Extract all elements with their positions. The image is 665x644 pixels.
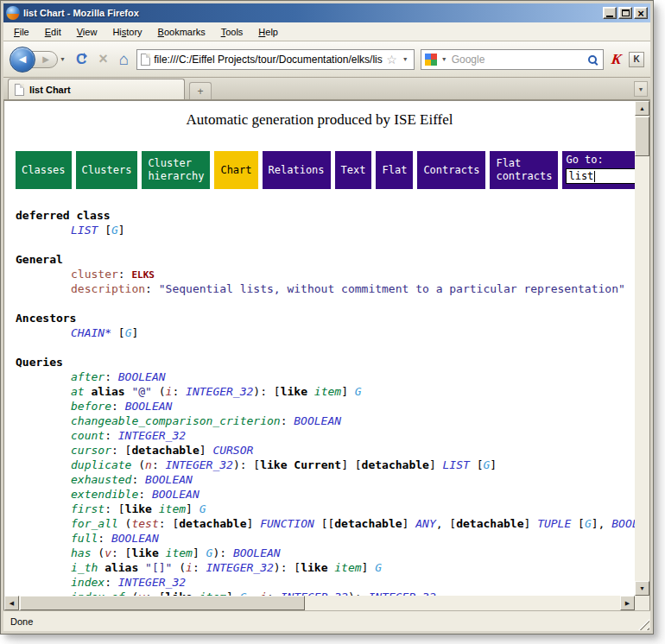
- title-bar[interactable]: list Chart - Mozilla Firefox: [3, 3, 650, 22]
- kaspersky-toolbar-button[interactable]: K: [629, 52, 644, 67]
- bookmark-star-icon[interactable]: ☆: [386, 54, 397, 66]
- menu-view[interactable]: View: [70, 24, 104, 40]
- menu-bookmarks[interactable]: Bookmarks: [151, 24, 212, 40]
- menu-bar: FileEditViewHistoryBookmarksToolsHelp: [3, 22, 650, 41]
- tab-list-chart[interactable]: list Chart: [8, 79, 185, 99]
- text: ]: [429, 458, 443, 471]
- browser-window: list Chart - Mozilla Firefox FileEditVie…: [1, 1, 653, 634]
- doc-line: cursor: [detachable] CURSOR: [16, 443, 635, 458]
- text: ]: [247, 517, 261, 530]
- nav-button-flat-contracts[interactable]: Flat contracts: [490, 151, 558, 189]
- doc-line: [16, 296, 635, 311]
- text: ]: [402, 517, 416, 530]
- nav-button-contracts[interactable]: Contracts: [417, 151, 485, 189]
- vertical-scroll-thumb[interactable]: [635, 117, 649, 156]
- doc-nav-buttons: ClassesClustersCluster hierarchyChartRel…: [16, 151, 635, 189]
- menu-tools[interactable]: Tools: [214, 24, 250, 40]
- nav-button-relations[interactable]: Relations: [263, 151, 331, 189]
- list-all-tabs-icon[interactable]: ▼: [634, 81, 648, 97]
- nav-button-flat[interactable]: Flat: [376, 151, 413, 189]
- goto-input[interactable]: list: [566, 168, 635, 184]
- text: ]: [200, 444, 213, 457]
- feature-name: extendible: [71, 488, 138, 501]
- generic-parameter: G: [111, 224, 118, 237]
- doc-line: [16, 237, 635, 252]
- class-link[interactable]: LIST: [71, 224, 98, 237]
- nav-button-classes[interactable]: Classes: [16, 151, 72, 189]
- nav-button-cluster-hierarchy[interactable]: Cluster hierarchy: [142, 151, 210, 189]
- class-link[interactable]: CHAIN*: [71, 326, 111, 339]
- feature-name: changeable_comparison_criterion: [71, 414, 281, 427]
- back-button[interactable]: ◀: [10, 47, 35, 73]
- maximize-button[interactable]: [618, 7, 632, 19]
- scroll-left-icon[interactable]: ◀: [4, 596, 19, 610]
- class-link[interactable]: INTEGER_32: [118, 576, 186, 589]
- text: [307, 385, 314, 398]
- class-link[interactable]: INTEGER_32: [166, 458, 233, 471]
- keyword: alias: [91, 385, 124, 398]
- class-link[interactable]: INTEGER_32: [118, 429, 186, 442]
- history-dropdown-icon[interactable]: ▼: [58, 54, 67, 64]
- class-link[interactable]: FUNCTION: [260, 517, 314, 530]
- close-button[interactable]: [634, 7, 648, 19]
- url-dropdown-icon[interactable]: ▼: [401, 54, 410, 64]
- text: [: [98, 224, 111, 237]
- class-link[interactable]: BOOLEAN: [118, 370, 166, 383]
- argument-name: i: [186, 561, 193, 574]
- doc-line: before: BOOLEAN: [16, 399, 635, 414]
- nav-button-text[interactable]: Text: [335, 151, 372, 189]
- class-link[interactable]: BOOLEAN: [233, 546, 281, 559]
- generic-parameter: G: [200, 502, 206, 515]
- keyword: like: [260, 458, 287, 471]
- feature-name: count: [71, 429, 104, 442]
- feature-name: item: [159, 502, 186, 515]
- class-link[interactable]: TUPLE: [537, 517, 571, 530]
- text: : [: [159, 517, 179, 530]
- vertical-scrollbar[interactable]: ▲ ▼: [635, 101, 649, 596]
- scroll-down-icon[interactable]: ▼: [635, 581, 649, 596]
- refresh-button[interactable]: C: [73, 51, 89, 68]
- scroll-up-icon[interactable]: ▲: [635, 101, 649, 116]
- new-tab-button[interactable]: +: [189, 82, 212, 99]
- class-link[interactable]: LIST: [443, 458, 470, 471]
- class-link[interactable]: BOOLEAN: [111, 532, 159, 545]
- eiffel-doc: deferred classLIST [G]Generalcluster: EL…: [16, 208, 635, 596]
- text: ): [: [274, 561, 301, 574]
- horizontal-scroll-thumb[interactable]: [20, 596, 305, 610]
- class-link[interactable]: BOOLEAN: [294, 414, 341, 427]
- search-magnifier-icon[interactable]: [588, 55, 597, 64]
- kaspersky-icon[interactable]: K: [608, 51, 624, 68]
- search-box[interactable]: ▼: [421, 49, 604, 70]
- text: [98, 561, 104, 574]
- home-button[interactable]: ⌂: [117, 50, 130, 69]
- class-link[interactable]: INTEGER_32: [186, 385, 253, 398]
- menu-edit[interactable]: Edit: [38, 24, 68, 40]
- search-input[interactable]: [452, 54, 586, 66]
- class-link[interactable]: BOOLEAN: [145, 473, 193, 486]
- nav-button-clusters[interactable]: Clusters: [76, 151, 138, 189]
- menu-history[interactable]: History: [105, 24, 149, 40]
- stop-button[interactable]: ×: [95, 50, 111, 68]
- menu-file[interactable]: File: [7, 24, 36, 40]
- string-literal: "Sequential lists, without commitment to…: [159, 282, 625, 295]
- resize-grip[interactable]: [638, 619, 649, 630]
- text: ]: [523, 517, 537, 530]
- text: :: [104, 429, 118, 442]
- menu-help[interactable]: Help: [251, 24, 285, 40]
- nav-button-chart[interactable]: Chart: [214, 151, 257, 189]
- class-link[interactable]: ANY: [415, 517, 435, 530]
- address-bar[interactable]: ☆ ▼: [136, 49, 415, 70]
- class-link[interactable]: INTEGER_32: [206, 561, 274, 574]
- search-engine-dropdown-icon[interactable]: ▼: [440, 54, 449, 64]
- class-link[interactable]: CURSOR: [212, 444, 253, 457]
- scroll-right-icon[interactable]: ▶: [620, 596, 635, 610]
- minimize-button[interactable]: [603, 7, 617, 19]
- class-link[interactable]: BOOLEAN: [125, 400, 173, 413]
- horizontal-scrollbar[interactable]: ◀ ▶: [4, 596, 635, 610]
- class-link[interactable]: BOOLEAN: [152, 488, 200, 501]
- doc-line: Ancestors: [16, 311, 635, 325]
- url-input[interactable]: [154, 54, 383, 66]
- argument-name: n: [145, 458, 152, 471]
- class-link[interactable]: BOOLEAN: [611, 517, 635, 530]
- keyword: General: [16, 253, 63, 266]
